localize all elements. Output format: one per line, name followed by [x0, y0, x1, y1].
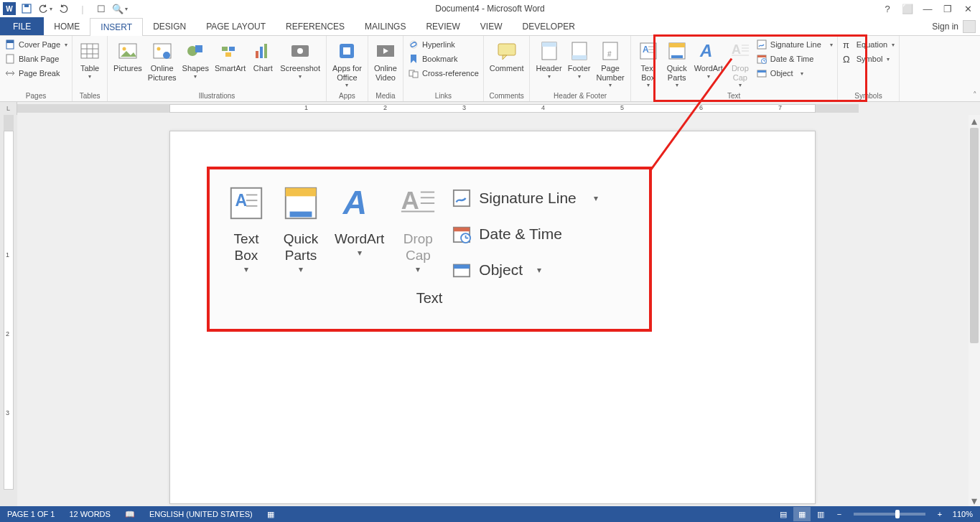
- group-label-text: Text: [631, 92, 837, 101]
- blank-page-button[interactable]: Blank Page: [3, 52, 69, 65]
- restore-button[interactable]: ❐: [938, 1, 957, 17]
- zoom-slider[interactable]: [854, 513, 925, 516]
- group-text: Text Box▾ Quick Parts▾ WordArt▾ Drop Cap…: [631, 36, 838, 101]
- minimize-button[interactable]: —: [918, 1, 937, 17]
- group-comments: Comment Comments: [484, 36, 531, 101]
- zoom-level[interactable]: 110%: [950, 510, 976, 518]
- tab-page-layout[interactable]: PAGE LAYOUT: [196, 17, 276, 35]
- date-time-button[interactable]: Date & Time: [755, 52, 834, 65]
- tab-developer[interactable]: DEVELOPER: [512, 17, 584, 35]
- online-video-button[interactable]: Online Video: [371, 38, 400, 82]
- tab-insert[interactable]: INSERT: [90, 18, 143, 36]
- quick-access-toolbar: W ▾ | ☐ 🔍▾: [0, 1, 128, 17]
- zoom-out-button[interactable]: −: [831, 507, 848, 521]
- status-language[interactable]: ENGLISH (UNITED STATES): [142, 510, 260, 518]
- table-button[interactable]: Table▾: [75, 38, 104, 80]
- undo-button[interactable]: ▾: [37, 1, 53, 17]
- save-button[interactable]: [19, 1, 34, 17]
- redo-button[interactable]: [56, 1, 72, 17]
- view-web-layout[interactable]: ▥: [812, 507, 829, 521]
- status-page[interactable]: PAGE 1 OF 1: [0, 510, 62, 518]
- comment-button[interactable]: Comment: [487, 38, 527, 73]
- tab-home[interactable]: HOME: [44, 17, 90, 35]
- text-box-button[interactable]: Text Box▾: [634, 38, 663, 88]
- object-button[interactable]: Object▾: [755, 67, 834, 80]
- callout-quick-parts: Quick Parts ▾: [280, 182, 322, 274]
- ribbon-tabs: FILE HOME INSERT DESIGN PAGE LAYOUT REFE…: [0, 17, 980, 36]
- group-label-apps: Apps: [327, 92, 368, 101]
- group-illustrations: Pictures Online Pictures Shapes▾ SmartAr…: [108, 36, 327, 101]
- tab-references[interactable]: REFERENCES: [276, 17, 355, 35]
- view-print-layout[interactable]: ▦: [793, 507, 811, 521]
- callout-date-time: Date & Time: [452, 221, 597, 247]
- status-proofing-icon[interactable]: 📖: [118, 510, 142, 519]
- drop-cap-button[interactable]: Drop Cap▾: [726, 38, 755, 88]
- horizontal-ruler[interactable]: L 1 2 3 4 5 6 7: [0, 102, 980, 115]
- zoom-in-button[interactable]: +: [931, 507, 948, 521]
- touch-mode-button[interactable]: ☐: [93, 1, 109, 17]
- tab-mailings[interactable]: MAILINGS: [355, 17, 416, 35]
- window-controls: ? ⬜ — ❐ ✕: [878, 1, 980, 17]
- page-break-button[interactable]: Page Break: [3, 67, 69, 80]
- scroll-up-icon[interactable]: ▴: [969, 115, 980, 126]
- equation-button[interactable]: Equation▾: [841, 38, 896, 51]
- collapse-ribbon-button[interactable]: ˄: [973, 90, 977, 100]
- callout-object: Object▾: [452, 257, 597, 283]
- ribbon-display-button[interactable]: ⬜: [898, 1, 917, 17]
- group-label-comments: Comments: [484, 92, 530, 101]
- status-bar: PAGE 1 OF 1 12 WORDS 📖 ENGLISH (UNITED S…: [0, 506, 980, 522]
- online-pictures-button[interactable]: Online Pictures: [145, 38, 179, 82]
- quick-parts-button[interactable]: Quick Parts▾: [663, 38, 691, 88]
- pictures-button[interactable]: Pictures: [111, 38, 145, 73]
- scroll-down-icon[interactable]: ▾: [969, 495, 980, 506]
- header-button[interactable]: Header▾: [533, 38, 564, 80]
- signature-line-button[interactable]: Signature Line▾: [755, 38, 834, 51]
- tab-design[interactable]: DESIGN: [143, 17, 196, 35]
- cover-page-button[interactable]: Cover Page▾: [3, 38, 69, 51]
- status-words[interactable]: 12 WORDS: [62, 510, 117, 518]
- screenshot-button[interactable]: Screenshot▾: [277, 38, 323, 80]
- vertical-scrollbar[interactable]: ▴ ▾: [969, 115, 980, 506]
- view-read-mode[interactable]: ▤: [775, 507, 792, 521]
- sign-in[interactable]: Sign in: [928, 17, 980, 35]
- ribbon: Cover Page▾ Blank Page Page Break Pages …: [0, 36, 980, 102]
- group-label-tables: Tables: [73, 92, 107, 101]
- group-label-symbols: Symbols: [838, 92, 899, 101]
- avatar-icon: [963, 20, 976, 33]
- word-icon[interactable]: W: [3, 2, 16, 15]
- scroll-thumb[interactable]: [970, 128, 979, 343]
- callout-text-group: Text Box ▾ Quick Parts ▾ WordArt▾ Drop C…: [207, 167, 652, 332]
- group-apps: Apps for Office▾ Apps: [327, 36, 368, 101]
- callout-wordart: WordArt▾: [335, 182, 384, 258]
- smartart-button[interactable]: SmartArt: [212, 38, 248, 73]
- chart-button[interactable]: Chart: [248, 38, 277, 73]
- group-header-footer: Header▾ Footer▾ Page Number▾ Header & Fo…: [530, 36, 630, 101]
- group-pages: Cover Page▾ Blank Page Page Break Pages: [0, 36, 73, 101]
- apps-for-office-button[interactable]: Apps for Office▾: [330, 38, 365, 88]
- hyperlink-button[interactable]: Hyperlink: [406, 38, 480, 51]
- tab-view[interactable]: VIEW: [470, 17, 513, 35]
- title-bar: W ▾ | ☐ 🔍▾ Document4 - Microsoft Word ? …: [0, 0, 980, 17]
- symbol-button[interactable]: Symbol▾: [841, 52, 896, 65]
- tab-review[interactable]: REVIEW: [416, 17, 470, 35]
- callout-text-box: Text Box ▾: [225, 182, 267, 274]
- vertical-ruler[interactable]: 1 2 3: [0, 115, 17, 506]
- tab-file[interactable]: FILE: [0, 17, 44, 35]
- group-symbols: Equation▾ Symbol▾ Symbols: [838, 36, 900, 101]
- page-number-button[interactable]: Page Number▾: [594, 38, 627, 88]
- print-preview-button[interactable]: 🔍▾: [112, 1, 128, 17]
- cross-reference-button[interactable]: Cross-reference: [406, 67, 480, 80]
- footer-button[interactable]: Footer▾: [565, 38, 594, 80]
- sign-in-label: Sign in: [932, 22, 958, 32]
- document-area: 1 2 3 Text Box ▾ Quick Parts ▾ WordArt▾ …: [0, 115, 980, 506]
- group-label-pages: Pages: [0, 92, 72, 101]
- group-links: Hyperlink Bookmark Cross-reference Links: [403, 36, 484, 101]
- bookmark-button[interactable]: Bookmark: [406, 52, 480, 65]
- status-macro-icon[interactable]: ▦: [260, 510, 281, 519]
- callout-drop-cap: Drop Cap ▾: [397, 182, 439, 274]
- close-button[interactable]: ✕: [958, 1, 977, 17]
- group-media: Online Video Media: [368, 36, 403, 101]
- shapes-button[interactable]: Shapes▾: [179, 38, 212, 80]
- group-label-links: Links: [403, 92, 483, 101]
- help-button[interactable]: ?: [878, 1, 897, 17]
